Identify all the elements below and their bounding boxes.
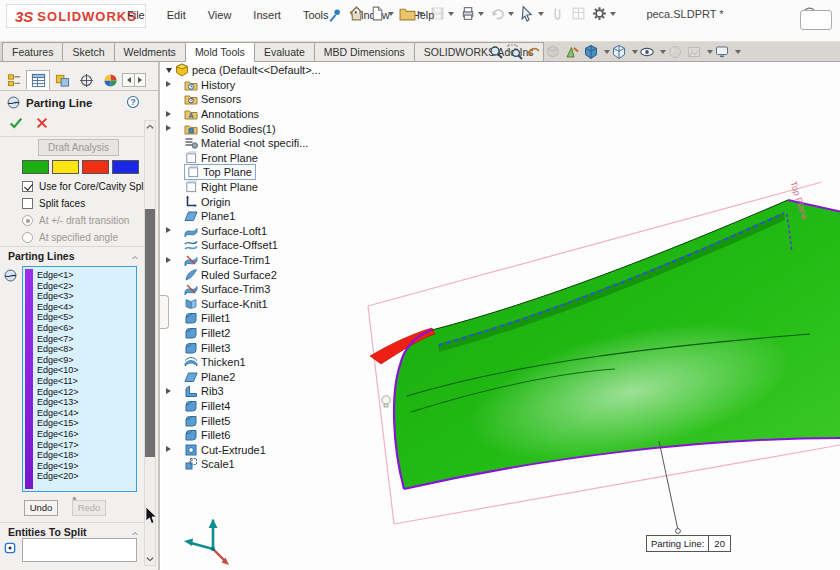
- open-document-icon[interactable]: [399, 5, 416, 22]
- panel-tab-nav[interactable]: [122, 73, 146, 87]
- panel-splitter-handle[interactable]: [160, 295, 169, 329]
- tree-item-thicken1[interactable]: Thicken1: [166, 355, 376, 370]
- menu-file[interactable]: File: [118, 6, 154, 24]
- expand-arrow-icon[interactable]: [166, 81, 175, 88]
- draft-transition-radio-row[interactable]: At +/- draft transition: [22, 215, 129, 226]
- edge-list-item[interactable]: Edge<17>: [37, 440, 136, 451]
- collapse-chevron-icon[interactable]: [130, 252, 140, 260]
- edge-list-item[interactable]: Edge<20>: [37, 471, 136, 482]
- entities-to-split-listbox[interactable]: [22, 538, 137, 562]
- edge-list-item[interactable]: Edge<16>: [37, 429, 136, 440]
- collapse-chevron-icon[interactable]: [130, 528, 140, 536]
- tree-item-top-plane[interactable]: Top Plane: [166, 165, 376, 180]
- tab-evaluate[interactable]: Evaluate: [254, 42, 315, 61]
- expand-arrow-icon[interactable]: [166, 111, 175, 118]
- new-document-icon[interactable]: [369, 5, 386, 22]
- draft-color-swatch-3[interactable]: [112, 160, 139, 174]
- dropdown-caret-icon[interactable]: [418, 12, 424, 16]
- tab-sketch[interactable]: Sketch: [62, 42, 114, 61]
- help-icon[interactable]: ?: [126, 95, 140, 109]
- expand-arrow-icon[interactable]: [166, 125, 175, 132]
- tree-item-material-not-specifi[interactable]: Material <not specifi...: [166, 136, 376, 151]
- tree-item-surface-trim3[interactable]: Surface-Trim3: [166, 282, 376, 297]
- tree-item-surface-knit1[interactable]: Surface-Knit1: [166, 297, 376, 312]
- tree-item-surface-offset1[interactable]: Surface-Offset1: [166, 238, 376, 253]
- select-pointer-icon[interactable]: [519, 5, 536, 22]
- tree-item-cut-extrude1[interactable]: Cut-Extrude1: [166, 442, 376, 457]
- parting-lines-listbox[interactable]: Edge<1>Edge<2>Edge<3>Edge<4>Edge<5>Edge<…: [22, 266, 137, 492]
- tree-item-front-plane[interactable]: Front Plane: [166, 151, 376, 166]
- callout-value[interactable]: 20: [709, 535, 731, 552]
- menu-view[interactable]: View: [199, 6, 241, 24]
- parting-line-callout[interactable]: Parting Line: 20: [646, 535, 731, 552]
- pin-menu-icon[interactable]: [326, 7, 343, 24]
- dropdown-caret-icon[interactable]: [478, 12, 484, 16]
- draft-analysis-tools-icon[interactable]: [564, 44, 580, 60]
- edge-list-item[interactable]: Edge<2>: [37, 281, 136, 292]
- draft-analysis-button[interactable]: Draft Analysis: [38, 139, 119, 156]
- dropdown-caret-icon[interactable]: [538, 12, 544, 16]
- radio-icon[interactable]: [22, 232, 33, 243]
- tree-item-fillet6[interactable]: Fillet6: [166, 428, 376, 443]
- home-icon[interactable]: [348, 5, 365, 22]
- zoom-to-fit-icon[interactable]: [488, 44, 504, 60]
- expand-arrow-icon[interactable]: [166, 227, 175, 234]
- display-style-icon[interactable]: [611, 44, 627, 60]
- expand-arrow-icon[interactable]: [166, 257, 175, 264]
- tab-features[interactable]: Features: [2, 42, 63, 61]
- dropdown-caret-icon[interactable]: [632, 50, 638, 54]
- edge-list-item[interactable]: Edge<6>: [37, 323, 136, 334]
- tree-item-surface-trim1[interactable]: Surface-Trim1: [166, 253, 376, 268]
- edge-list-item[interactable]: Edge<12>: [37, 387, 136, 398]
- edge-list-item[interactable]: Edge<15>: [37, 418, 136, 429]
- menu-insert[interactable]: Insert: [244, 6, 290, 24]
- display-manager-tab[interactable]: [98, 70, 122, 90]
- panel-scrollbar[interactable]: [144, 120, 156, 566]
- edge-list-item[interactable]: Edge<10>: [37, 365, 136, 376]
- tree-item-fillet3[interactable]: Fillet3: [166, 340, 376, 355]
- expand-arrow-icon[interactable]: [166, 388, 175, 395]
- hide-show-items-icon[interactable]: [639, 44, 655, 60]
- split-faces-checkbox-row[interactable]: Split faces: [22, 198, 85, 209]
- print-icon[interactable]: [459, 5, 476, 22]
- dropdown-caret-icon[interactable]: [388, 12, 394, 16]
- tree-root-peca[interactable]: peca (Default<<Default>...: [166, 63, 376, 78]
- edge-list-item[interactable]: Edge<18>: [37, 450, 136, 461]
- scroll-up-button[interactable]: [145, 121, 155, 133]
- draft-color-swatch-2[interactable]: [82, 160, 109, 174]
- dropdown-caret-icon[interactable]: [660, 50, 666, 54]
- tree-item-annotations[interactable]: AAnnotations: [166, 107, 376, 122]
- edge-list-item[interactable]: Edge<11>: [37, 376, 136, 387]
- dropdown-caret-icon[interactable]: [707, 50, 713, 54]
- dropdown-caret-icon[interactable]: [604, 50, 610, 54]
- dropdown-caret-icon[interactable]: [448, 12, 454, 16]
- tab-mbd-dimensions[interactable]: MBD Dimensions: [314, 42, 415, 61]
- specified-angle-radio-row[interactable]: At specified angle: [22, 232, 118, 243]
- menu-edit[interactable]: Edit: [158, 6, 195, 24]
- tree-item-right-plane[interactable]: Right Plane: [166, 180, 376, 195]
- scroll-down-button[interactable]: [145, 553, 155, 565]
- feature-manager-tab[interactable]: [2, 70, 26, 90]
- tree-item-plane2[interactable]: Plane2: [166, 369, 376, 384]
- edge-list-item[interactable]: Edge<3>: [37, 291, 136, 302]
- draft-color-swatch-1[interactable]: [52, 160, 79, 174]
- view-orientation-icon[interactable]: [583, 44, 599, 60]
- tree-item-fillet2[interactable]: Fillet2: [166, 326, 376, 341]
- core-cavity-split-checkbox-row[interactable]: Use for Core/Cavity Split: [22, 181, 148, 192]
- cancel-button[interactable]: [34, 116, 50, 130]
- tree-item-solid-bodies-1[interactable]: Solid Bodies(1): [166, 121, 376, 136]
- tree-item-surface-loft1[interactable]: Surface-Loft1: [166, 224, 376, 239]
- dropdown-caret-icon[interactable]: [508, 12, 514, 16]
- entities-to-split-header[interactable]: Entities To Split: [8, 526, 87, 538]
- configuration-manager-tab[interactable]: [50, 70, 74, 90]
- tab-nav-left-icon[interactable]: [123, 74, 134, 86]
- redo-button[interactable]: Redo: [72, 500, 106, 516]
- edge-list-item[interactable]: Edge<5>: [37, 312, 136, 323]
- dimxpert-manager-tab[interactable]: [74, 70, 98, 90]
- undo-button[interactable]: Undo: [24, 500, 58, 516]
- edge-list-item[interactable]: Edge<13>: [37, 397, 136, 408]
- ok-button[interactable]: [8, 116, 24, 130]
- collapse-arrow-icon[interactable]: [166, 67, 175, 74]
- scrollbar-thumb[interactable]: [145, 209, 155, 457]
- edge-list-item[interactable]: Edge<14>: [37, 408, 136, 419]
